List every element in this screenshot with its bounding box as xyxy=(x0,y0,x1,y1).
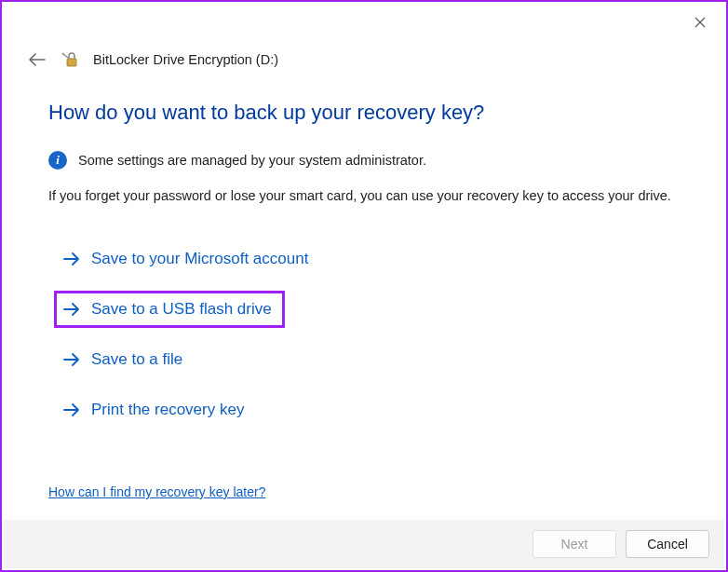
arrow-right-icon xyxy=(61,252,82,266)
header: BitLocker Drive Encryption (D:) xyxy=(2,2,726,71)
close-button[interactable] xyxy=(685,7,715,37)
info-icon: i xyxy=(48,151,67,170)
info-text: Some settings are managed by your system… xyxy=(78,153,426,168)
option-save-file[interactable]: Save to a file xyxy=(54,341,195,378)
option-print[interactable]: Print the recovery key xyxy=(54,391,257,429)
bitlocker-icon xyxy=(61,50,80,69)
option-label: Save to your Microsoft account xyxy=(91,250,308,268)
options-list: Save to your Microsoft account Save to a… xyxy=(48,240,680,442)
arrow-right-icon xyxy=(61,402,82,417)
svg-rect-0 xyxy=(67,59,76,66)
footer: Next Cancel xyxy=(4,520,724,568)
app-title: BitLocker Drive Encryption (D:) xyxy=(93,52,278,67)
option-label: Save to a USB flash drive xyxy=(91,300,272,319)
option-microsoft-account[interactable]: Save to your Microsoft account xyxy=(54,240,321,278)
option-label: Print the recovery key xyxy=(91,401,244,419)
svg-point-1 xyxy=(62,53,65,56)
option-usb-drive[interactable]: Save to a USB flash drive xyxy=(54,291,285,328)
help-link[interactable]: How can I find my recovery key later? xyxy=(48,484,265,499)
page-heading: How do you want to back up your recovery… xyxy=(48,101,680,125)
arrow-right-icon xyxy=(61,352,82,367)
option-label: Save to a file xyxy=(91,350,182,369)
back-button[interactable] xyxy=(26,48,48,71)
description: If you forget your password or lose your… xyxy=(48,186,680,205)
info-message: i Some settings are managed by your syst… xyxy=(48,151,680,170)
arrow-right-icon xyxy=(61,302,82,317)
cancel-button[interactable]: Cancel xyxy=(626,530,709,558)
next-button: Next xyxy=(533,530,616,558)
content: How do you want to back up your recovery… xyxy=(2,71,726,442)
